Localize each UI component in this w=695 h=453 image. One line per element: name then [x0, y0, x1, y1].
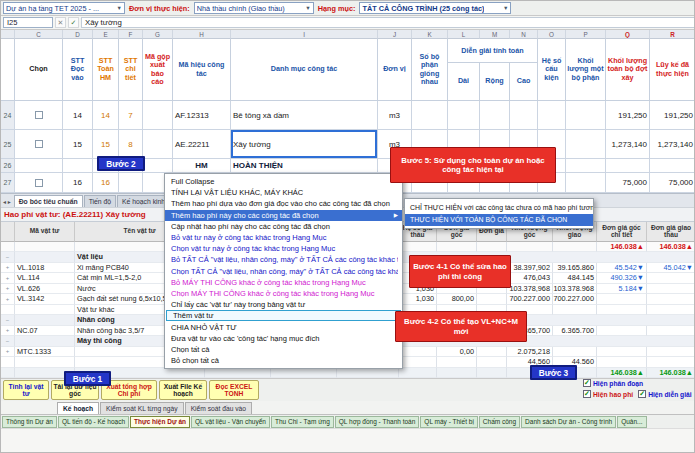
chon-cell[interactable]	[15, 159, 63, 173]
detail-tab[interactable]: Tiến độ	[84, 195, 116, 207]
sub-col-header[interactable]: Mã vật tư	[15, 222, 75, 242]
column-letter[interactable]: D	[63, 30, 93, 39]
don-gia-chi-tiet-giao-cell[interactable]	[647, 284, 695, 295]
column-letter[interactable]: I	[231, 30, 378, 39]
main-tab[interactable]: QL tiến độ - Kế hoạch	[58, 416, 129, 428]
ma-vat-tu-cell[interactable]	[15, 305, 75, 316]
col-header-kl-toan-bo[interactable]: Khối lượng toàn bộ đợt xây	[606, 39, 650, 101]
column-letter[interactable]: R	[650, 30, 695, 39]
kl-toan-bo-cell[interactable]: 1,273,140	[606, 130, 650, 159]
don-gia-chi-tiet-giao-cell[interactable]	[647, 273, 695, 284]
don-gia-chi-tiet-goc-cell[interactable]	[597, 305, 647, 316]
empty-cell[interactable]	[412, 101, 448, 130]
collapse-icon[interactable]: −	[1, 336, 15, 347]
accept-icon[interactable]: ✓	[68, 17, 79, 28]
ma-vat-tu-cell[interactable]: VL.114	[15, 273, 75, 284]
he-so-gia-thau-cell[interactable]	[399, 357, 437, 368]
expand-icon[interactable]: +	[1, 273, 15, 284]
stt-toan-hm-cell[interactable]: 14	[93, 101, 119, 130]
col-header-rong[interactable]: Rộng	[480, 63, 510, 101]
menu-item[interactable]: Bỏ chọn tất cả	[165, 355, 402, 366]
stt-chi-tiet-cell[interactable]: 7	[119, 101, 143, 130]
don-gia-chi-tiet-giao-cell[interactable]	[647, 347, 695, 358]
row-checkbox[interactable]	[35, 111, 43, 119]
row-number[interactable]: 27	[1, 173, 15, 193]
col-header-stt-toan-hm[interactable]: STT Toàn HM	[93, 39, 119, 101]
khoi-luong-giao-cell[interactable]	[553, 305, 597, 316]
column-letter[interactable]: Q	[606, 30, 650, 39]
expand-icon[interactable]: +	[1, 326, 15, 337]
stt-doc-vao-cell[interactable]: 16	[63, 173, 93, 193]
stt-doc-vao-cell[interactable]: 15	[63, 130, 93, 159]
don-gia-giao-cell[interactable]	[477, 357, 507, 368]
don-vi-cell[interactable]: m3	[378, 101, 412, 130]
don-gia-chi-tiet-goc-cell[interactable]	[597, 326, 647, 337]
luy-ke-cell[interactable]: 75,000	[650, 173, 695, 193]
collapse-icon[interactable]: −	[1, 315, 15, 326]
don-gia-chi-tiet-giao-cell[interactable]: 45.042▼	[647, 263, 695, 274]
expand-icon[interactable]	[1, 305, 15, 316]
col-header-ma-gop[interactable]: Mã gộp xuất báo cáo	[143, 39, 173, 101]
ma-vat-tu-cell[interactable]: VL.3142	[15, 294, 75, 305]
luy-ke-cell[interactable]: 191,250	[650, 101, 695, 130]
ma-gop-cell[interactable]	[143, 159, 173, 173]
column-letter[interactable]: P	[566, 30, 606, 39]
row-checkbox[interactable]	[35, 179, 43, 187]
col-header-don-vi[interactable]: Đơn vị	[378, 39, 412, 101]
plan-tab[interactable]: Kế hoạch	[57, 402, 99, 414]
menu-item[interactable]: TÍNH LẠI VẬT LIỆU KHÁC, MÁY KHÁC	[165, 187, 402, 198]
plan-tab[interactable]: Kiểm soát KL từng ngày	[100, 402, 184, 414]
row-number[interactable]: 25	[1, 130, 15, 159]
row-checkbox[interactable]	[35, 140, 43, 148]
empty-cell[interactable]	[566, 173, 606, 193]
menu-item[interactable]: Chọn tất cả	[165, 344, 402, 355]
submenu-item[interactable]: THỰC HIỆN VỚI TOÀN BỘ CÔNG TÁC ĐÃ CHỌN	[405, 214, 593, 227]
ma-hieu-cell[interactable]: AE.22211	[173, 130, 231, 159]
don-gia-goc-cell[interactable]: 0,00	[437, 347, 477, 358]
menu-item[interactable]: Thêm vật tư	[166, 310, 401, 321]
ma-gop-cell[interactable]	[143, 101, 173, 130]
don-gia-chi-tiet-giao-cell[interactable]	[647, 357, 695, 368]
empty-cell[interactable]	[566, 101, 606, 130]
expand-icon[interactable]: +	[1, 263, 15, 274]
danh-muc-cell[interactable]: Xây tường	[231, 130, 378, 159]
don-gia-chi-tiet-goc-cell[interactable]	[597, 357, 647, 368]
stt-toan-hm-cell[interactable]: 15	[93, 130, 119, 159]
ma-vat-tu-cell[interactable]	[15, 357, 75, 368]
category-select[interactable]: TẤT CẢ CÔNG TRÌNH (25 công tác) ▼	[359, 2, 511, 14]
column-letter[interactable]: K	[412, 30, 448, 39]
column-letter[interactable]: F	[119, 30, 143, 39]
column-letter[interactable]: C	[15, 30, 63, 39]
don-gia-chi-tiet-goc-cell[interactable]: 5.184▼	[597, 284, 647, 295]
sub-col-header[interactable]	[1, 222, 15, 242]
he-so-gia-thau-cell[interactable]	[399, 347, 437, 358]
column-letter[interactable]: E	[93, 30, 119, 39]
display-checkbox[interactable]: ✓Hiện hao phí	[583, 390, 633, 398]
col-header-luy-ke[interactable]: Lũy kế đã thực hiện	[650, 39, 695, 101]
khoi-luong-goc-cell[interactable]: 103.378,968	[507, 284, 553, 295]
submenu-item[interactable]: CHỈ THỰC HIỆN với các công tác chưa có m…	[405, 201, 593, 214]
footer-button[interactable]: Đọc EXCEL TONH	[209, 380, 259, 400]
khoi-luong-giao-cell[interactable]: 103.378.968	[553, 284, 597, 295]
menu-item[interactable]: CHIA NHỎ VẬT TƯ	[165, 321, 402, 332]
ma-vat-tu-cell[interactable]: MTC.1333	[15, 347, 75, 358]
column-letter[interactable]: N	[510, 30, 538, 39]
menu-item[interactable]: Bỏ vật tư này ở công tác khác trong Hạng…	[165, 232, 402, 243]
checkbox-checked-icon[interactable]: ✓	[638, 390, 646, 398]
menu-item[interactable]: Chỉ lấy các 'vật tư' này trong bảng vật …	[165, 299, 402, 310]
chon-cell[interactable]	[15, 130, 63, 159]
ma-hieu-cell[interactable]: AF.12313	[173, 101, 231, 130]
main-tab[interactable]: Thông tin Dự án	[2, 416, 57, 428]
sub-col-header[interactable]: Đơn giá giao thầu	[647, 222, 695, 242]
plan-tab[interactable]: Kiểm soát đầu vào	[185, 402, 252, 414]
col-header-so-bo-phan[interactable]: Số bộ phận giống nhau	[412, 39, 448, 101]
detail-tab[interactable]: Đo bóc tiêu chuẩn	[14, 195, 83, 207]
ma-vat-tu-cell[interactable]: NC.07	[15, 326, 75, 337]
kl-toan-bo-cell[interactable]	[606, 159, 650, 173]
khoi-luong-goc-cell[interactable]: 476,043	[507, 273, 553, 284]
expand-icon[interactable]	[1, 357, 15, 368]
main-tab[interactable]: Danh sách Dự án - Công trình	[521, 416, 616, 428]
khoi-luong-giao-cell[interactable]: 700.227.000	[553, 294, 597, 305]
stt-doc-vao-cell[interactable]	[63, 159, 93, 173]
row-number[interactable]: 24	[1, 101, 15, 130]
